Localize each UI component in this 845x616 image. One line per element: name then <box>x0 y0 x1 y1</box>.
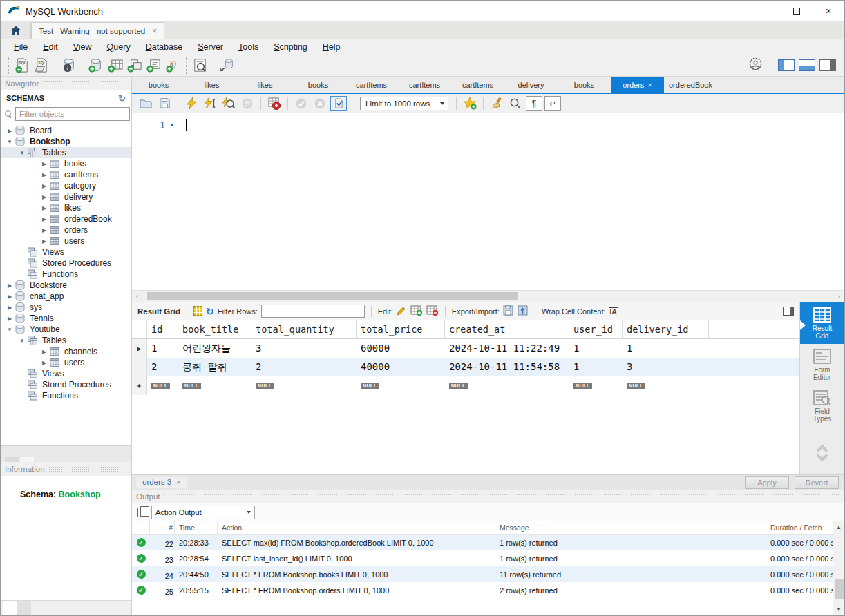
tree-item[interactable]: ▶ users <box>1 357 131 368</box>
grid-cell[interactable]: 2024-10-11 11:54:58 <box>445 358 569 376</box>
query-tab-close-icon[interactable]: × <box>647 81 652 89</box>
column-header[interactable]: Time <box>175 521 218 534</box>
copy-output-icon[interactable] <box>137 508 146 517</box>
save-script-icon[interactable] <box>156 96 173 111</box>
tree-item[interactable]: ▶ category <box>1 180 131 191</box>
tree-item[interactable]: Stored Procedures <box>1 258 131 269</box>
tree-item[interactable]: ▶ users <box>1 235 131 247</box>
editor-horizontal-scrollbar[interactable]: ‹ › <box>132 290 844 302</box>
column-header[interactable]: created_at <box>445 320 569 339</box>
explain-icon[interactable] <box>220 96 237 111</box>
minimize-icon[interactable]: – <box>749 1 781 21</box>
tree-item[interactable]: Views <box>1 368 131 379</box>
expand-arrow-icon[interactable]: ▶ <box>5 128 15 134</box>
sql-code-line[interactable] <box>175 113 187 290</box>
scrollbar-thumb[interactable] <box>147 292 518 300</box>
toggle-bottom-panel-icon[interactable] <box>799 59 815 71</box>
refresh-schemas-icon[interactable]: ↻ <box>118 93 126 104</box>
query-tab[interactable]: delivery × <box>504 77 558 93</box>
column-header[interactable]: id <box>147 320 178 339</box>
expand-arrow-icon[interactable]: ▶ <box>39 172 49 178</box>
menu-item[interactable]: Database <box>138 41 191 53</box>
expand-arrow-icon[interactable]: ▶ <box>39 205 49 211</box>
grid-cell[interactable]: 1 <box>147 339 178 358</box>
tree-item[interactable]: ▼ Youtube <box>1 324 131 335</box>
show-invisibles-icon[interactable]: ¶ <box>526 96 542 111</box>
grid-cell[interactable]: 60000 <box>357 339 445 358</box>
export-recordset-icon[interactable] <box>503 305 514 317</box>
close-icon[interactable]: × <box>813 1 844 21</box>
import-recordset-icon[interactable] <box>518 305 529 317</box>
grid-cell[interactable]: 3 <box>623 358 709 376</box>
limit-rows-select[interactable]: Limit to 1000 rows <box>360 97 448 110</box>
column-header[interactable]: Action <box>218 521 495 534</box>
query-tab[interactable]: books × <box>292 77 345 93</box>
row-selector[interactable]: ▶ <box>132 339 147 358</box>
expand-arrow-icon[interactable]: ▶ <box>5 305 15 311</box>
query-tab[interactable]: books × <box>558 77 611 93</box>
column-header[interactable]: total_quantity <box>251 320 357 339</box>
output-log-row[interactable]: ✓ 25 20:55:15 SELECT * FROM Bookshop.ord… <box>132 582 844 598</box>
output-view-select[interactable]: Action Output <box>151 506 255 519</box>
tree-item[interactable]: ▶ Board <box>1 125 131 136</box>
grid-view-icon[interactable] <box>193 306 202 317</box>
tree-item[interactable]: Stored Procedures <box>1 379 131 390</box>
grid-data-row[interactable]: ▶ 1 어린왕자들 3 60000 2024-10-11 11:22:49 1 … <box>132 339 799 358</box>
open-script-icon[interactable] <box>137 96 154 111</box>
grid-cell[interactable]: 2024-10-11 11:22:49 <box>445 339 569 358</box>
create-schema-icon[interactable] <box>86 57 105 75</box>
menu-item[interactable]: Scripting <box>266 41 315 53</box>
row-selector[interactable] <box>132 358 147 376</box>
schema-filter-input[interactable] <box>15 107 130 121</box>
find-icon[interactable] <box>507 96 524 111</box>
maximize-icon[interactable] <box>781 1 813 21</box>
connection-tab-close-icon[interactable]: × <box>152 26 157 36</box>
query-tab[interactable]: likes × <box>185 77 238 93</box>
tree-item[interactable]: Functions <box>1 269 131 280</box>
edit-record-icon[interactable] <box>397 305 407 317</box>
collapse-result-panel-icon[interactable] <box>783 307 794 316</box>
tree-item[interactable]: ▶ chat_app <box>1 291 131 302</box>
query-tab[interactable]: likes × <box>238 77 292 93</box>
tree-item[interactable]: ▶ orders <box>1 224 131 235</box>
grid-cell[interactable]: 3 <box>251 339 357 358</box>
expand-arrow-icon[interactable]: ▼ <box>17 150 27 156</box>
scroll-right-icon[interactable]: › <box>838 293 840 300</box>
column-header[interactable]: book_title <box>178 320 251 339</box>
expand-arrow-icon[interactable]: ▶ <box>39 194 49 200</box>
tree-item[interactable]: ▼ Bookshop <box>1 136 131 147</box>
query-tab[interactable]: cartItems × <box>345 77 398 93</box>
tree-item[interactable]: ▶ sys <box>1 302 131 313</box>
expand-arrow-icon[interactable]: ▶ <box>39 360 49 366</box>
column-header[interactable]: # <box>150 521 175 534</box>
tree-item[interactable]: ▶ delivery <box>1 191 131 202</box>
column-header[interactable]: user_id <box>569 320 623 339</box>
output-log-row[interactable]: ✓ 23 20:28:54 SELECT last_insert_id() LI… <box>132 550 844 566</box>
filter-rows-input[interactable] <box>261 305 365 318</box>
expand-arrow-icon[interactable]: ▼ <box>17 338 27 344</box>
expand-arrow-icon[interactable]: ▶ <box>39 216 49 222</box>
expand-arrow-icon[interactable]: ▶ <box>39 183 49 189</box>
new-sql-tab-icon[interactable] <box>12 57 32 75</box>
menu-item[interactable]: File <box>6 41 35 53</box>
apply-button[interactable]: Apply <box>745 476 789 489</box>
menu-item[interactable]: View <box>66 41 99 53</box>
create-procedure-icon[interactable] <box>144 57 163 75</box>
scroll-up-icon[interactable]: ▲ <box>836 524 842 530</box>
toggle-wrap-icon[interactable]: ↵ <box>544 96 561 111</box>
menu-item[interactable]: Server <box>190 41 231 53</box>
toggle-right-panel-icon[interactable] <box>819 59 836 71</box>
toggle-left-panel-icon[interactable] <box>778 59 795 71</box>
menu-item[interactable]: Tools <box>231 41 266 53</box>
execute-icon[interactable] <box>183 96 200 111</box>
query-tab[interactable]: cartItems × <box>398 77 451 93</box>
grid-new-row[interactable]: * NULL NULL NULL NULL NULL NULL NULL <box>132 376 799 395</box>
reconnect-dbms-icon[interactable] <box>217 57 236 75</box>
tree-item[interactable]: ▶ cartItems <box>1 169 131 180</box>
column-header[interactable]: Message <box>495 521 766 534</box>
execute-current-icon[interactable] <box>202 96 218 111</box>
grid-data-row[interactable]: 2 콩쥐 팥쥐 2 40000 2024-10-11 11:54:58 1 3 <box>132 358 799 376</box>
sql-editor[interactable]: 1• <box>132 113 844 290</box>
information-tab[interactable] <box>3 601 17 615</box>
grid-cell[interactable]: 2 <box>251 358 357 376</box>
